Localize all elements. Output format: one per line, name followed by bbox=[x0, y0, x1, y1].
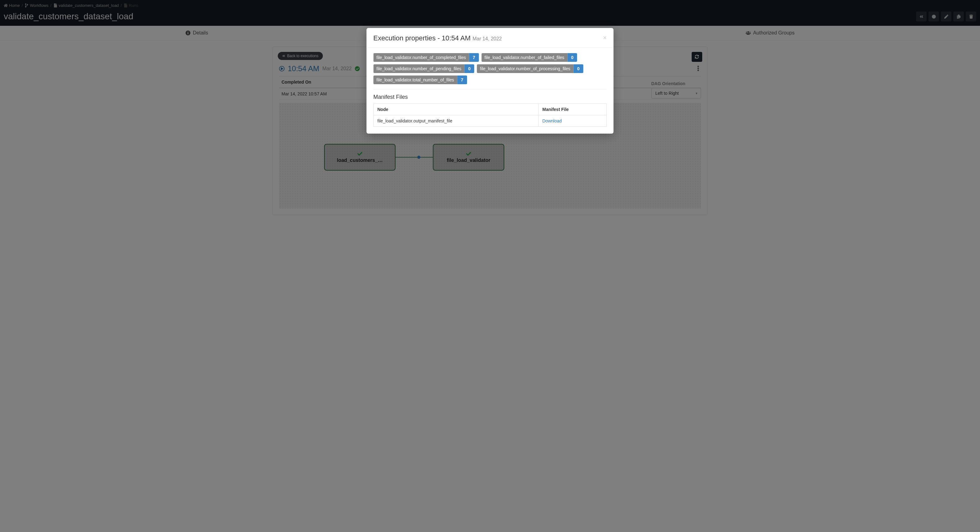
modal-body: file_load_validator.number_of_completed_… bbox=[367, 48, 614, 134]
property-badge: file_load_validator.number_of_pending_fi… bbox=[374, 64, 474, 73]
manifest-row: file_load_validator.output_manifest_file… bbox=[374, 115, 606, 127]
badge-label: file_load_validator.number_of_failed_fil… bbox=[481, 53, 567, 62]
modal-title: Execution properties - 10:54 AM Mar 14, … bbox=[374, 34, 502, 42]
badge-value: 0 bbox=[574, 64, 584, 73]
execution-properties-modal: Execution properties - 10:54 AM Mar 14, … bbox=[367, 28, 614, 134]
property-badge: file_load_validator.total_number_of_file… bbox=[374, 75, 467, 84]
modal-title-time: 10:54 AM bbox=[442, 34, 471, 42]
badge-label: file_load_validator.total_number_of_file… bbox=[374, 75, 457, 84]
manifest-table: Node Manifest File file_load_validator.o… bbox=[374, 104, 607, 127]
badge-label: file_load_validator.number_of_pending_fi… bbox=[374, 64, 465, 73]
manifest-file-cell: Download bbox=[538, 115, 606, 127]
manifest-title: Manifest Files bbox=[374, 94, 607, 100]
badge-label: file_load_validator.number_of_processing… bbox=[477, 64, 574, 73]
manifest-col-node: Node bbox=[374, 104, 538, 115]
badge-value: 7 bbox=[457, 75, 467, 84]
modal-title-prefix: Execution properties - bbox=[374, 34, 442, 42]
badge-value: 0 bbox=[465, 64, 474, 73]
badge-value: 0 bbox=[567, 53, 578, 62]
property-badge: file_load_validator.number_of_processing… bbox=[477, 64, 584, 73]
manifest-node: file_load_validator.output_manifest_file bbox=[374, 115, 538, 127]
modal-separator bbox=[374, 89, 607, 89]
badge-value: 7 bbox=[469, 53, 479, 62]
property-badge: file_load_validator.number_of_failed_fil… bbox=[481, 53, 578, 62]
badge-label: file_load_validator.number_of_completed_… bbox=[374, 53, 469, 62]
modal-close-button[interactable]: × bbox=[603, 34, 607, 41]
property-badge: file_load_validator.number_of_completed_… bbox=[374, 53, 479, 62]
manifest-download-link[interactable]: Download bbox=[542, 118, 562, 123]
modal-header: Execution properties - 10:54 AM Mar 14, … bbox=[367, 28, 614, 48]
badge-row: file_load_validator.number_of_completed_… bbox=[374, 53, 607, 84]
manifest-col-file: Manifest File bbox=[538, 104, 606, 115]
modal-title-date: Mar 14, 2022 bbox=[473, 36, 502, 41]
